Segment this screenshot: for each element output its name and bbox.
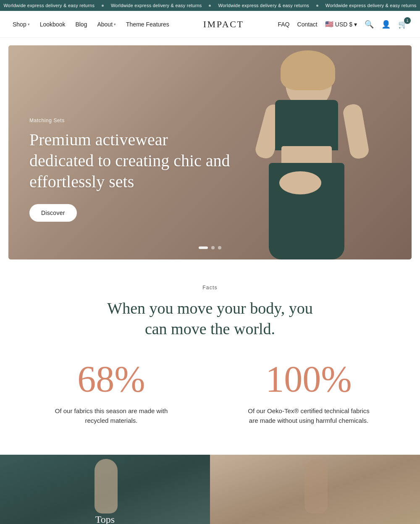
hero-dot-2[interactable] — [211, 246, 215, 249]
nav-contact[interactable]: Contact — [297, 21, 318, 28]
cart-icon[interactable]: 🛒 1 — [398, 20, 407, 29]
tops-model-shape — [80, 455, 130, 522]
nav-theme-features[interactable]: Theme Features — [126, 21, 169, 28]
account-icon[interactable]: 👤 — [381, 20, 391, 29]
main-nav: Shop ▾ Lookbook Blog About ▾ Theme Featu… — [0, 11, 420, 38]
nav-left: Shop ▾ Lookbook Blog About ▾ Theme Featu… — [13, 21, 169, 28]
hero-model-figure — [227, 50, 378, 259]
category-second[interactable] — [210, 455, 420, 524]
hero-dot-3[interactable] — [218, 246, 221, 249]
facts-section-label: Facts — [13, 285, 407, 291]
hero-container: Matching Sets Premium activewear dedicat… — [8, 45, 412, 259]
stat-1-desc: Of our fabrics this season are made with… — [48, 406, 174, 426]
chevron-down-icon-currency: ▾ — [354, 21, 357, 28]
nav-faq[interactable]: FAQ — [278, 21, 290, 28]
chevron-down-icon: ▾ — [28, 22, 30, 26]
nav-about[interactable]: About ▾ — [97, 21, 116, 28]
announcement-text-1: Worldwide express delivery & easy return… — [3, 3, 94, 8]
hero-dots — [199, 246, 221, 249]
hero-dot-1[interactable] — [199, 246, 208, 249]
tops-label: Tops — [95, 514, 115, 524]
discover-button[interactable]: Discover — [29, 204, 77, 222]
facts-section: Facts When you move your body, you can m… — [0, 259, 420, 442]
announcement-text-3: Worldwide express delivery & easy return… — [218, 3, 309, 8]
second-model-body — [304, 459, 328, 514]
stat-1-number: 68% — [29, 361, 193, 398]
facts-stats: 68% Of our fabrics this season are made … — [13, 361, 407, 426]
tops-model-body — [94, 459, 118, 514]
hero-content: Matching Sets Premium activewear dedicat… — [29, 118, 231, 222]
nav-shop[interactable]: Shop ▾ — [13, 21, 30, 28]
model-torso — [275, 100, 338, 150]
announcement-text-4: Worldwide express delivery & easy return… — [326, 3, 417, 8]
hero-section: Matching Sets Premium activewear dedicat… — [0, 45, 420, 259]
stat-2-number: 100% — [227, 361, 391, 398]
second-model-shape — [290, 455, 340, 522]
hero-title: Premium activewear dedicated to creating… — [29, 129, 231, 192]
search-icon[interactable]: 🔍 — [365, 20, 374, 29]
flag-icon: 🇺🇸 — [325, 20, 333, 28]
nav-right: FAQ Contact 🇺🇸 USD $ ▾ 🔍 👤 🛒 1 — [278, 20, 408, 29]
categories-section: Tops — [0, 455, 420, 524]
stat-recycled: 68% Of our fabrics this season are made … — [13, 361, 210, 426]
category-tops[interactable]: Tops — [0, 455, 210, 524]
stat-2-desc: Of our Oeko-Tex® certified technical fab… — [246, 406, 372, 426]
model-hair — [281, 50, 335, 90]
announcement-dot-3 — [316, 5, 318, 7]
announcement-bar: Worldwide express delivery & easy return… — [0, 0, 420, 11]
facts-title: When you move your body, you can move th… — [97, 298, 323, 340]
announcement-dot-2 — [209, 5, 211, 7]
model-arm-right — [342, 103, 370, 160]
nav-lookbook[interactable]: Lookbook — [40, 21, 66, 28]
cart-badge: 1 — [404, 17, 411, 24]
model-body — [252, 54, 370, 259]
chevron-down-icon-about: ▾ — [114, 22, 116, 26]
model-hands — [279, 171, 321, 194]
site-logo[interactable]: IMPACT — [169, 19, 278, 30]
stat-certified: 100% Of our Oeko-Tex® certified technica… — [210, 361, 407, 426]
nav-currency[interactable]: 🇺🇸 USD $ ▾ — [325, 20, 357, 28]
hero-label: Matching Sets — [29, 118, 231, 123]
announcement-text-2: Worldwide express delivery & easy return… — [111, 3, 202, 8]
announcement-dot-1 — [102, 5, 104, 7]
nav-blog[interactable]: Blog — [75, 21, 87, 28]
